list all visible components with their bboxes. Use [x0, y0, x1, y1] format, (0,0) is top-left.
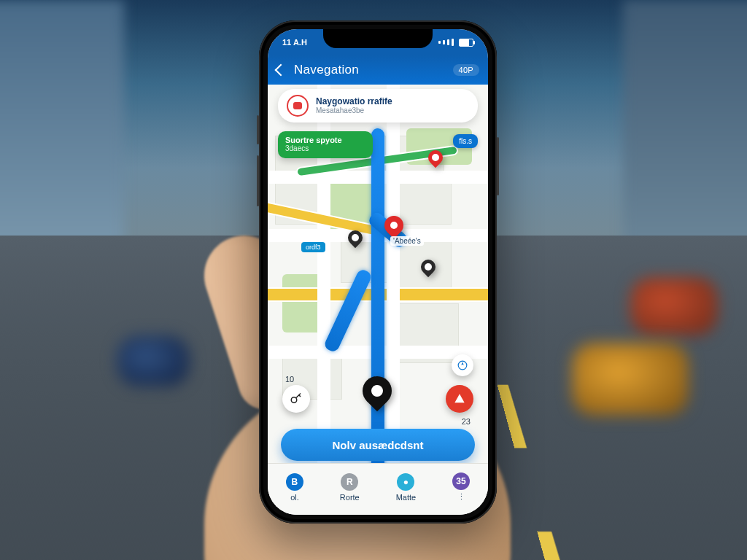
fab-layer-button[interactable] — [282, 385, 310, 413]
app-header: Navegation 40P — [268, 55, 488, 85]
phone-screen: 11 A.H Navegation 40P — [268, 29, 488, 515]
header-title: Navegation — [294, 63, 359, 77]
route-icon: R — [341, 473, 358, 491]
fab-compass-button[interactable] — [452, 354, 473, 376]
tab-route[interactable]: R Rorte — [340, 473, 360, 502]
alert-icon — [454, 393, 465, 405]
phone-device: 11 A.H Navegation 40P — [259, 20, 497, 524]
map-pin-label: 'Abeée's — [390, 236, 424, 246]
eta-chip-line1: Suortre spyote — [285, 136, 365, 144]
tab-label: ⋮ — [457, 492, 465, 502]
tab-label: Rorte — [340, 493, 360, 502]
fab-count: 10 — [285, 375, 294, 384]
cta-label: Nolv ausædcdsnt — [332, 439, 423, 451]
background-car — [117, 335, 190, 386]
map-label-chip: ordf3 — [301, 242, 325, 252]
map-icon: ● — [397, 473, 414, 491]
compass-icon — [457, 360, 468, 370]
fab-alert-button[interactable] — [446, 385, 473, 413]
svg-point-0 — [291, 397, 297, 403]
fab-count: 23 — [462, 417, 471, 426]
more-icon: 35 — [452, 472, 470, 490]
eta-chip[interactable]: Suortre spyote 3daecs — [278, 131, 373, 158]
status-icons — [438, 39, 473, 47]
back-icon[interactable] — [275, 64, 287, 77]
status-time: 11 A.H — [282, 38, 307, 47]
info-chip[interactable]: fls.s — [453, 134, 478, 148]
start-navigation-button[interactable]: Nolv ausædcdsnt — [281, 429, 475, 461]
key-icon — [290, 392, 303, 405]
info-pill-title: Naygowatio rrafife — [316, 97, 469, 106]
notch — [323, 29, 433, 48]
header-badge[interactable]: 40P — [453, 64, 479, 76]
tab-item[interactable]: B ol. — [286, 473, 303, 502]
background-car — [572, 343, 689, 416]
bottom-tab-bar: B ol. R Rorte ● Matte 35 ⋮ — [268, 463, 488, 515]
tab-more[interactable]: 35 ⋮ — [452, 472, 470, 502]
background-car — [630, 277, 718, 335]
tab-map[interactable]: ● Matte — [396, 473, 417, 502]
search-info-pill[interactable]: Naygowatio rrafife Mesatahae3be — [278, 89, 478, 122]
info-pill-subtitle: Mesatahae3be — [316, 106, 469, 114]
tab-label: ol. — [290, 493, 299, 502]
chat-icon — [287, 95, 309, 117]
tab-icon: B — [286, 473, 303, 491]
tab-label: Matte — [396, 493, 417, 502]
eta-chip-line2: 3daecs — [285, 144, 365, 152]
